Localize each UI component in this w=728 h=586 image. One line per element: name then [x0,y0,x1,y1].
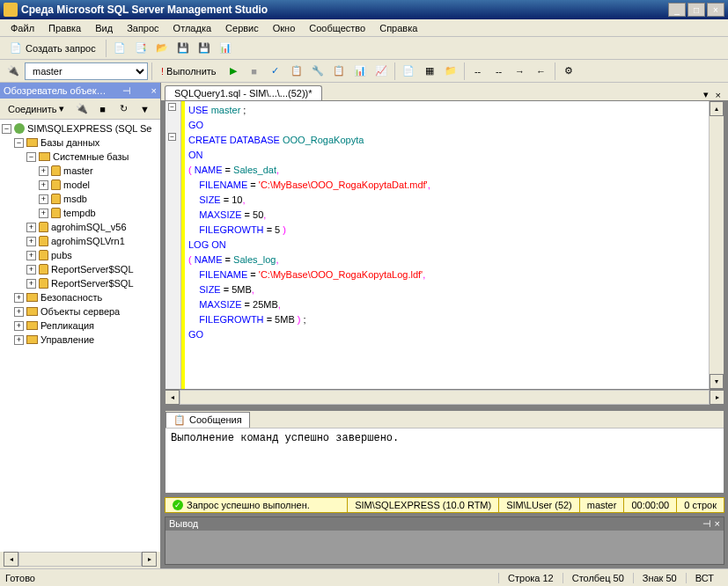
results-file-button[interactable]: 📁 [441,62,460,81]
messages-tab[interactable]: 📋 Сообщения [165,412,250,428]
minimize-button[interactable]: _ [668,3,686,17]
change-connection-button[interactable]: 🔌 [4,62,23,81]
expand-icon[interactable]: + [26,251,36,260]
expand-icon[interactable]: + [39,194,48,204]
editor-vscroll[interactable]: ▴ ▾ [709,101,724,389]
tree-db-agrohim1[interactable]: +agrohimSQL_v56 [2,220,158,234]
scroll-track[interactable] [710,116,724,374]
close-button[interactable]: × [707,3,724,17]
output-close-icon[interactable]: × [715,518,720,530]
expand-icon[interactable]: + [14,307,24,317]
new-project-button[interactable]: 📑 [131,39,151,58]
include-plan-button[interactable]: 📊 [350,62,370,81]
menu-window[interactable]: Окно [266,21,303,35]
pin-icon[interactable]: ⊣ [122,85,131,97]
save-all-button[interactable]: 💾 [195,39,214,58]
comment-button[interactable]: -- [468,62,488,81]
tree-db-tempdb[interactable]: +tempdb [2,206,158,220]
filter-button[interactable]: ▼ [136,99,155,119]
sqlcmd-button[interactable]: ⚙ [559,62,578,81]
uncomment-button[interactable]: -- [489,62,509,81]
tree-server-objects[interactable]: +Объекты сервера [2,304,158,319]
scroll-right-btn[interactable]: ▸ [142,552,157,567]
expand-icon[interactable]: + [26,265,36,275]
designer-button[interactable]: 🔧 [308,62,327,81]
tree-db-pubs[interactable]: +pubs [2,248,158,262]
stop2-button[interactable]: ■ [93,99,113,119]
disconnect-button[interactable]: 🔌 [72,99,92,119]
new-query-button[interactable]: 📄 Создать запрос [4,39,102,58]
menu-community[interactable]: Сообщество [302,21,372,35]
indent-button[interactable]: → [511,62,530,81]
menu-debug[interactable]: Отладка [166,21,218,35]
tab-close-icon[interactable]: × [712,90,724,100]
menu-view[interactable]: Вид [88,21,120,35]
fold-icon[interactable]: − [168,133,176,141]
tree-system-db[interactable]: −Системные базы [2,150,158,164]
tree-db-master[interactable]: +master [2,164,158,178]
execute-button[interactable]: ! Выполнить [156,62,222,81]
estimated-plan-button[interactable]: 📋 [287,62,306,81]
object-tree[interactable]: −SIM\SQLEXPRESS (SQL Se −Базы данных −Си… [0,120,160,552]
expand-icon[interactable]: + [14,321,24,331]
refresh-button[interactable]: ↻ [114,99,134,119]
menu-edit[interactable]: Правка [41,21,88,35]
tree-db-rs1[interactable]: +ReportServer$SQL [2,262,158,276]
code-text[interactable]: USE master ; GO CREATE DATABASE OOO_Roga… [185,101,709,389]
template-button[interactable]: 📋 [329,62,349,81]
active-files-dropdown[interactable]: ▾ [700,89,712,100]
activity-monitor-button[interactable]: 📊 [216,39,235,58]
expand-icon[interactable]: + [26,237,36,246]
tree-databases[interactable]: −Базы данных [2,136,158,150]
expand-icon[interactable]: + [14,335,24,345]
new-file-button[interactable]: 📄 [110,39,129,58]
scroll-left-btn[interactable]: ◂ [4,552,18,567]
collapse-icon[interactable]: − [26,152,36,162]
connect-button[interactable]: Соединить ▾ [2,99,70,119]
tree-db-msdb[interactable]: +msdb [2,192,158,206]
menu-file[interactable]: Файл [4,21,41,35]
expand-icon[interactable]: + [14,293,24,303]
scroll-up-btn[interactable]: ▴ [710,101,724,116]
debug-button[interactable]: ▶ [224,62,243,81]
database-combo[interactable]: master [25,62,148,80]
tree-db-agrohim2[interactable]: +agrohimSQLVrn1 [2,234,158,248]
expand-icon[interactable]: + [39,180,48,190]
scroll-right-btn[interactable]: ▸ [710,390,724,405]
fold-icon[interactable]: − [168,103,176,111]
pin-icon[interactable]: ⊣ [702,518,711,530]
scroll-track[interactable] [18,552,142,567]
scroll-track[interactable] [180,390,710,405]
save-button[interactable]: 💾 [173,39,193,58]
open-button[interactable]: 📂 [152,39,172,58]
menu-query[interactable]: Запрос [120,21,165,35]
editor-tab[interactable]: SQLQuery1.sql - SIM\...\...(52))* [165,85,322,100]
expand-icon[interactable]: + [26,279,36,289]
results-text-button[interactable]: 📄 [399,62,418,81]
explorer-close-icon[interactable]: × [151,85,157,96]
parse-button[interactable]: ✓ [266,62,285,81]
client-stats-button[interactable]: 📈 [371,62,391,81]
expand-icon[interactable]: + [39,209,48,218]
menu-service[interactable]: Сервис [218,21,266,35]
scroll-left-btn[interactable]: ◂ [165,390,180,405]
sidebar-hscroll[interactable]: ◂ ▸ [4,552,157,567]
code-editor[interactable]: − − USE master ; GO CREATE DATABASE OOO_… [165,100,724,390]
expand-icon[interactable]: + [26,223,36,232]
editor-hscroll[interactable]: ◂ ▸ [165,390,724,405]
maximize-button[interactable]: □ [688,3,705,17]
collapse-icon[interactable]: − [14,138,24,148]
tree-management[interactable]: +Управление [2,333,158,347]
collapse-icon[interactable]: − [2,124,11,134]
tree-server[interactable]: −SIM\SQLEXPRESS (SQL Se [2,121,158,136]
tree-db-model[interactable]: +model [2,178,158,192]
menu-help[interactable]: Справка [372,21,424,35]
tree-security[interactable]: +Безопасность [2,290,158,304]
tree-db-rs2[interactable]: +ReportServer$SQL [2,276,158,290]
tree-replication[interactable]: +Репликация [2,319,158,333]
scroll-down-btn[interactable]: ▾ [710,374,724,389]
results-grid-button[interactable]: ▦ [420,62,439,81]
stop-button[interactable]: ■ [245,62,264,81]
expand-icon[interactable]: + [39,166,48,176]
outdent-button[interactable]: ← [532,62,551,81]
